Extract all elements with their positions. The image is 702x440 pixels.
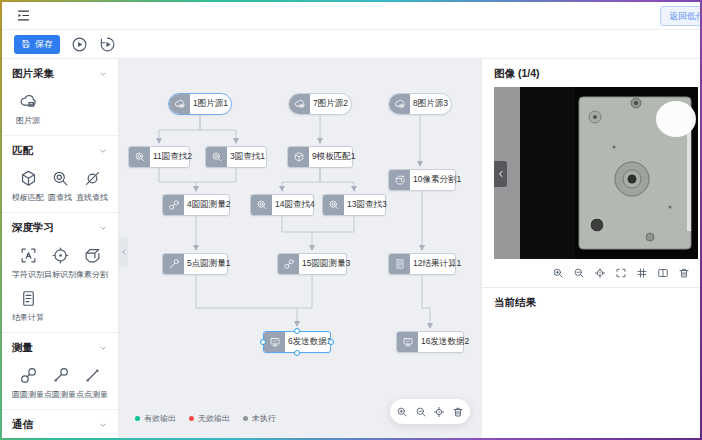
section-measurement: 测量 圆圆测量 点圆测量 点点测量 bbox=[2, 333, 118, 410]
circle-find-icon bbox=[323, 195, 344, 215]
connection-handle[interactable] bbox=[328, 339, 334, 345]
sidebar-item-point-circle-measure[interactable]: 点圆测量 bbox=[44, 366, 76, 400]
screenshot-root: 返回低代 保存 图片采集 图片源 bbox=[0, 0, 702, 440]
sidebar-item-target-recognition[interactable]: 目标识别 bbox=[44, 246, 76, 280]
cloud-image-icon bbox=[389, 94, 410, 114]
sidebar-item-line-find[interactable]: 直线查找 bbox=[76, 169, 108, 203]
flow-node-circle-circle-measure-2[interactable]: 4圆圆测量2 bbox=[162, 194, 230, 216]
legend-dot-gray bbox=[243, 416, 248, 421]
zoom-out-icon[interactable] bbox=[573, 267, 585, 279]
sidebar-item-image-source[interactable]: 图片源 bbox=[12, 92, 44, 126]
flow-edges bbox=[119, 59, 481, 438]
flow-node-image-source-1[interactable]: 1图片源1 bbox=[168, 93, 232, 115]
flow-node-circle-find-2[interactable]: 11圆查找2 bbox=[128, 146, 190, 168]
flow-node-circle-find-4[interactable]: 14圆查找4 bbox=[250, 194, 314, 216]
circle-circle-measure-icon bbox=[278, 254, 299, 274]
flow-node-image-source-3[interactable]: 8图片源3 bbox=[388, 93, 452, 115]
send-data-icon bbox=[264, 332, 285, 352]
send-data-icon bbox=[397, 332, 418, 352]
legend-dot-green bbox=[135, 416, 140, 421]
connection-handle[interactable] bbox=[260, 339, 266, 345]
run-once-button[interactable] bbox=[70, 35, 88, 53]
image-panel-title: 图像 (1/4) bbox=[494, 67, 700, 81]
circle-circle-measure-icon bbox=[163, 195, 184, 215]
sidebar-item-result-calc[interactable]: 结果计算 bbox=[12, 289, 44, 323]
section-deep-learning: 深度学习 字符识别 目标识别 像素分割 bbox=[2, 213, 118, 333]
image-viewer[interactable] bbox=[494, 87, 698, 259]
section-header[interactable]: 通信 bbox=[12, 418, 108, 432]
locate-icon[interactable] bbox=[433, 406, 445, 418]
point-circle-measure-icon bbox=[163, 254, 184, 274]
save-icon bbox=[21, 39, 31, 49]
flow-node-template-match-1[interactable]: 9模板匹配1 bbox=[287, 146, 353, 168]
segment-icon bbox=[83, 246, 102, 265]
chevron-down-icon[interactable] bbox=[98, 343, 108, 353]
chevron-down-icon[interactable] bbox=[98, 223, 108, 233]
sidebar-item-circle-find[interactable]: 圆查找 bbox=[44, 169, 76, 203]
sidebar-item-circle-circle-measure[interactable]: 圆圆测量 bbox=[12, 366, 44, 400]
zoom-out-icon[interactable] bbox=[415, 406, 427, 418]
section-header[interactable]: 深度学习 bbox=[12, 221, 108, 235]
current-result-title: 当前结果 bbox=[494, 296, 700, 310]
top-header: 返回低代 bbox=[2, 2, 700, 30]
flow-node-image-source-2[interactable]: 7图片源2 bbox=[288, 93, 352, 115]
cube-icon bbox=[288, 147, 309, 167]
tool-sidebar: 图片采集 图片源 匹配 模板匹配 bbox=[2, 59, 119, 438]
zoom-in-icon[interactable] bbox=[396, 406, 408, 418]
chevron-left-icon bbox=[120, 248, 128, 256]
point-point-measure-icon bbox=[83, 366, 102, 385]
legend-not-executed: 未执行 bbox=[243, 413, 276, 424]
section-header[interactable]: 图片采集 bbox=[12, 67, 108, 81]
fullscreen-icon[interactable] bbox=[615, 267, 627, 279]
flow-canvas[interactable]: 1图片源1 7图片源2 8图片源3 11圆查找2 3圆查找1 9模板匹配1 bbox=[119, 59, 481, 438]
sidebar-item-pixel-segment[interactable]: 像素分割 bbox=[76, 246, 108, 280]
chevron-down-icon[interactable] bbox=[98, 146, 108, 156]
play-icon bbox=[71, 36, 88, 53]
flow-node-circle-find-1[interactable]: 3圆查找1 bbox=[205, 146, 267, 168]
chevron-down-icon[interactable] bbox=[98, 69, 108, 79]
flow-node-circle-circle-measure-3[interactable]: 15圆圆测量3 bbox=[277, 253, 347, 275]
flow-node-send-data-2[interactable]: 16发送数据2 bbox=[396, 331, 464, 353]
section-communication: 通信 bbox=[2, 410, 118, 438]
run-continuous-button[interactable] bbox=[98, 35, 116, 53]
sidebar-item-template-match[interactable]: 模板匹配 bbox=[12, 169, 44, 203]
divider bbox=[482, 287, 700, 288]
flow-node-point-circle-measure-1[interactable]: 5点圆测量1 bbox=[162, 253, 228, 275]
circle-circle-measure-icon bbox=[19, 366, 38, 385]
circle-find-icon bbox=[206, 147, 227, 167]
trash-icon[interactable] bbox=[452, 406, 464, 418]
status-legend: 有效输出 无效输出 未执行 bbox=[135, 413, 276, 424]
doc-icon bbox=[389, 254, 410, 274]
sidebar-collapse-handle[interactable] bbox=[119, 237, 128, 267]
connection-handle[interactable] bbox=[294, 350, 300, 356]
connection-handle[interactable] bbox=[294, 328, 300, 334]
grid-icon[interactable] bbox=[636, 267, 648, 279]
flow-node-result-calc-1[interactable]: 12结果计算1 bbox=[388, 253, 456, 275]
flow-node-pixel-segment-1[interactable]: 10像素分割1 bbox=[388, 169, 456, 191]
section-header[interactable]: 匹配 bbox=[12, 144, 108, 158]
locate-icon[interactable] bbox=[594, 267, 606, 279]
section-matching: 匹配 模板匹配 圆查找 直线查找 bbox=[2, 136, 118, 213]
legend-invalid-output: 无效输出 bbox=[189, 413, 230, 424]
right-panel: 图像 (1/4) bbox=[481, 59, 700, 438]
circle-find-icon bbox=[129, 147, 150, 167]
sidebar-item-ocr[interactable]: 字符识别 bbox=[12, 246, 44, 280]
prev-image-button[interactable] bbox=[494, 161, 507, 187]
chevron-down-icon[interactable] bbox=[98, 420, 108, 430]
flow-node-circle-find-3[interactable]: 13圆查找3 bbox=[322, 194, 386, 216]
cloud-image-icon bbox=[289, 94, 310, 114]
cloud-image-icon bbox=[169, 94, 190, 114]
zoom-in-icon[interactable] bbox=[552, 267, 564, 279]
flow-node-send-data-1[interactable]: 6发送数据1 bbox=[263, 331, 331, 353]
back-to-lowcode-button[interactable]: 返回低代 bbox=[660, 6, 700, 26]
section-image-capture: 图片采集 图片源 bbox=[2, 59, 118, 136]
collapse-menu-icon[interactable] bbox=[14, 7, 32, 25]
main-area: 图片采集 图片源 匹配 模板匹配 bbox=[2, 59, 700, 438]
trash-icon[interactable] bbox=[678, 267, 690, 279]
save-button[interactable]: 保存 bbox=[14, 35, 60, 54]
point-circle-measure-icon bbox=[51, 366, 70, 385]
section-header[interactable]: 测量 bbox=[12, 341, 108, 355]
legend-valid-output: 有效输出 bbox=[135, 413, 176, 424]
sidebar-item-point-point-measure[interactable]: 点点测量 bbox=[76, 366, 108, 400]
split-view-icon[interactable] bbox=[657, 267, 669, 279]
